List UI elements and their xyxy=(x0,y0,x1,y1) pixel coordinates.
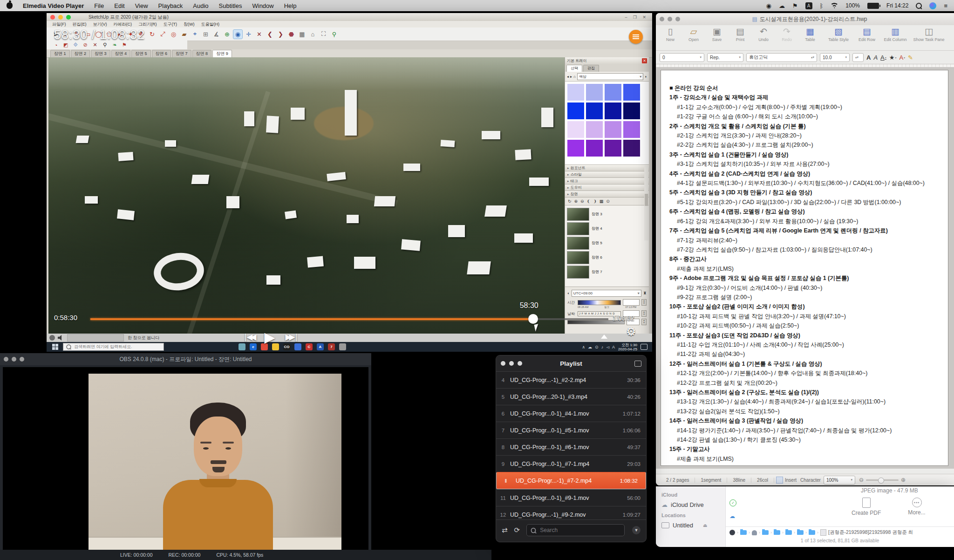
tray-icon[interactable]: ⊕ xyxy=(574,199,578,204)
menu-item[interactable]: Subtitles xyxy=(219,2,242,9)
tray-icon[interactable]: ❩ xyxy=(593,199,597,204)
zoom-button[interactable] xyxy=(20,357,24,362)
taskbar-clock[interactable]: 오전 1:30 2020-04-25 xyxy=(618,343,637,351)
close-button[interactable] xyxy=(4,357,8,362)
tray-icon[interactable]: ∧ xyxy=(582,345,586,349)
spotlight-icon[interactable] xyxy=(916,3,922,9)
sketchup-tool-icon[interactable]: ❯ xyxy=(276,30,285,39)
color-swatch[interactable] xyxy=(567,140,584,157)
hwp-toolbar-button[interactable]: ↷ Redo xyxy=(775,27,798,42)
sketchup-tool-icon[interactable]: ⬣ xyxy=(287,30,296,39)
sketchup-tool-icon[interactable]: ↻ xyxy=(148,30,157,39)
playlist-row[interactable]: 6 UD_CG-Progr...0-1)_#4-1.mov 1:07:12 xyxy=(496,405,646,422)
color-swatch[interactable] xyxy=(586,84,603,101)
color-swatch[interactable] xyxy=(605,121,621,138)
color-swatch[interactable] xyxy=(586,140,603,157)
player-settings-gear-icon[interactable]: ⚙ xyxy=(626,325,636,338)
back-arrow-icon[interactable]: ◂ xyxy=(567,75,569,79)
brightness-stepper[interactable]: ▴▾ xyxy=(641,319,647,325)
font-size-select[interactable]: 10.0▾ xyxy=(820,53,850,62)
sketchup-menu-item[interactable]: 편집(E) xyxy=(73,21,87,27)
bold-button[interactable]: A xyxy=(866,54,871,61)
folder-icon[interactable] xyxy=(740,530,747,535)
cloud-icon[interactable]: ☁ xyxy=(779,3,785,9)
tray-section-bar[interactable]: ▸도우미▾ xyxy=(565,184,649,191)
hwp-toolbar-button[interactable]: ▥ Edit Column xyxy=(879,27,912,42)
next-track-button[interactable]: ▶▶❘ xyxy=(285,332,297,342)
obs-status-icon[interactable]: ◉ xyxy=(766,3,771,9)
tray-close-icon[interactable]: ✕ xyxy=(642,58,647,63)
previous-track-button[interactable]: ❘◀◀ xyxy=(242,332,254,342)
menu-item[interactable]: File xyxy=(94,2,104,9)
tray-section-bar[interactable]: ▸장면▾ xyxy=(565,191,649,198)
tray-icon[interactable]: ◅ xyxy=(606,345,609,349)
sketchup-tool-icon[interactable]: ⊞ xyxy=(201,30,210,39)
playlist-search-field[interactable] xyxy=(526,524,625,536)
pip-window-icon[interactable] xyxy=(634,361,641,367)
taskbar-app-icon[interactable]: C xyxy=(306,343,313,350)
taskbar-app-icon[interactable] xyxy=(339,343,346,350)
zoom-in-icon[interactable]: ⊕ xyxy=(901,477,906,483)
disk-icon[interactable] xyxy=(729,530,735,535)
tray-icon[interactable]: ❨ xyxy=(587,199,591,204)
tray-icon[interactable]: ⊙ xyxy=(606,199,610,204)
effects-button[interactable]: ★▾ xyxy=(889,54,897,61)
sketchup-tool-icon[interactable]: ❮ xyxy=(266,30,274,39)
input-source-icon[interactable]: A xyxy=(805,2,812,9)
tray-section-bar[interactable]: ▸태그▾ xyxy=(565,178,649,184)
font-color-button[interactable]: A▾ xyxy=(899,54,905,61)
player-scrubber-handle[interactable] xyxy=(528,314,538,324)
notification-center-icon[interactable]: ≡ xyxy=(944,3,947,9)
materials-dropdown[interactable]: 색상▾ xyxy=(577,73,643,80)
sketchup-tool-icon[interactable]: ✛ xyxy=(244,30,253,39)
repeat-icon[interactable]: ⟳ xyxy=(514,526,520,534)
sidebar-item-icloud-drive[interactable]: ☁ iCloud Drive xyxy=(661,499,725,510)
hwp-title-bar[interactable]: ▤ 도시설계표현응용(2020-1)-강의리스트.hwp xyxy=(656,13,954,25)
scene-thumbnail-item[interactable]: 장면 3 xyxy=(567,207,647,221)
zoom-select[interactable]: 100%▾ xyxy=(824,476,855,485)
zoom-button[interactable] xyxy=(518,361,522,366)
tray-section-bar[interactable]: ▸스타일▾ xyxy=(565,171,649,178)
tray-tab-edit[interactable]: 편집 xyxy=(583,65,599,72)
menu-item[interactable]: Playback xyxy=(158,2,183,9)
hwp-toolbar-button[interactable]: ↶ Undo xyxy=(752,27,775,42)
path-file-name[interactable]: [권형준-21925998]21925998 권형준 최 xyxy=(828,529,913,536)
sketchup-menu-item[interactable]: 창(W) xyxy=(184,21,195,27)
scene-tab[interactable]: 장면 9 xyxy=(212,50,232,57)
time-field[interactable] xyxy=(623,299,640,306)
scene-tab[interactable]: 장면 2 xyxy=(71,50,90,57)
sketchup-title-bar[interactable]: SketchUp 프로 2020 (평가판 2일 남음) – ❐ ✕ xyxy=(47,13,652,21)
sketchup-tool-icon[interactable]: ⌖ xyxy=(191,30,199,39)
hwp-toolbar-button[interactable]: ▤ Print xyxy=(729,27,752,42)
color-swatch[interactable] xyxy=(623,102,640,119)
highlight-pen-icon[interactable]: ✎ xyxy=(908,54,913,61)
scene-thumbnail-item[interactable]: 장면 6 xyxy=(567,250,647,265)
minimize-button[interactable] xyxy=(509,361,514,366)
obs-title-bar[interactable]: OBS 24.0.8 (mac) - 프로파일: Untitled - 장면: … xyxy=(0,353,371,365)
home-folder-icon[interactable] xyxy=(752,530,757,535)
scene-tab[interactable]: 장면 5 xyxy=(131,50,151,57)
underline-button[interactable]: A▾ xyxy=(880,54,886,61)
player-progress-track[interactable]: 58:30 xyxy=(90,318,608,320)
play-button[interactable]: ▶ xyxy=(264,329,275,345)
shadow-toggle-icon[interactable]: ♜ xyxy=(643,291,647,295)
sketchup-tool-icon[interactable]: ▰ xyxy=(180,30,189,39)
color-swatch[interactable] xyxy=(586,121,603,138)
minimize-button[interactable] xyxy=(668,17,672,21)
scene-tab[interactable]: 장면 6 xyxy=(152,50,171,57)
sketchup-menu-item[interactable]: 도움말(H) xyxy=(201,21,220,27)
playlist-row[interactable]: 7 UD_CG-Progr...0-1)_#5-1.mov 1:06:06 xyxy=(496,422,646,438)
tray-icon[interactable]: ↻ xyxy=(568,199,572,204)
playlist-search-input[interactable] xyxy=(539,526,620,534)
menu-item[interactable]: Window xyxy=(252,2,273,9)
italic-button[interactable]: A xyxy=(873,54,878,61)
minimize-button[interactable] xyxy=(58,15,63,20)
time-stepper[interactable]: ▴▾ xyxy=(641,299,647,306)
sketchup-tool-icon[interactable]: ⤢ xyxy=(158,30,167,39)
color-swatch[interactable] xyxy=(623,84,640,101)
obs-preview-canvas[interactable] xyxy=(3,367,368,550)
action-center-icon[interactable] xyxy=(641,344,647,350)
3d-viewport[interactable] xyxy=(48,57,565,334)
hwp-toolbar-button[interactable]: ◫ Show Task Pane xyxy=(912,27,946,42)
close-button[interactable] xyxy=(50,15,55,20)
